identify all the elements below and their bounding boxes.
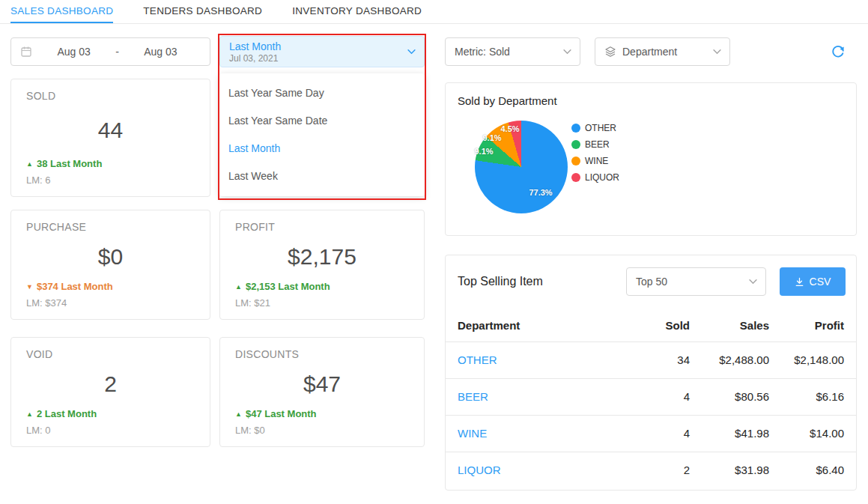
refresh-button[interactable] [828,42,848,61]
change-arrow-icon: ▲ [26,160,33,168]
pie-slice-label: 4.5% [500,124,519,133]
group-by-select[interactable]: Department [595,37,730,66]
profit-card: PROFIT $2,175 ▲ $2,153 Last Month LM: $2… [219,210,425,320]
stat-value: $2,175 [235,233,409,281]
col-header-department: Department [446,310,619,341]
chevron-down-icon [563,49,571,55]
last-month-value: LM: $21 [235,297,409,309]
stat-value: $47 [235,360,409,408]
cell-profit: $6.40 [781,452,856,488]
change-text: $2,153 Last Month [246,281,330,292]
compare-option[interactable]: Last Week [219,163,425,190]
change-text: 2 Last Month [37,408,97,419]
csv-export-button[interactable]: CSV [780,267,846,296]
refresh-icon [831,44,846,59]
pie-card-title: Sold by Department [458,94,557,107]
stat-change: ▲ $2,153 Last Month [235,281,409,292]
chevron-down-icon [749,279,757,285]
change-arrow-icon: ▲ [26,410,33,418]
cell-sales: $2,488.00 [702,341,781,378]
date-end[interactable]: Aug 03 [121,46,201,58]
date-range-picker[interactable]: Aug 03 - Aug 03 [10,37,210,66]
cell-sales: $80.56 [702,378,781,415]
col-header-sold: Sold [619,310,702,341]
metric-select[interactable]: Metric: Sold [445,37,580,66]
compare-period-menu: Last Year Same Day Last Year Same Date L… [219,73,425,196]
dashboard-tabs: SALES DASHBOARD TENDERS DASHBOARD INVENT… [0,0,868,24]
sold-card: SOLD 44 ▲ 38 Last Month LM: 6 [10,79,210,197]
change-text: $47 Last Month [246,408,317,419]
top-selling-title: Top Selling Item [458,275,543,288]
sold-by-department-card: Sold by Department 77.3% 9.1% 9.1% 4.5% … [445,82,857,236]
legend-item-other[interactable]: OTHER [571,120,619,136]
department-link[interactable]: OTHER [458,353,497,366]
legend-item-beer[interactable]: BEER [571,136,619,153]
tab-sales-dashboard[interactable]: SALES DASHBOARD [10,0,113,23]
department-link[interactable]: WINE [458,427,487,440]
chevron-down-icon [713,49,721,55]
cell-sales: $41.98 [702,415,781,452]
stat-change: ▲ 38 Last Month [26,158,195,169]
cell-profit: $14.00 [781,415,856,452]
pie-slice-label: 77.3% [529,188,552,197]
change-arrow-icon: ▲ [235,283,242,291]
date-separator: - [114,46,121,58]
purchase-card: PURCHASE $0 ▼ $374 Last Month LM: $374 [10,210,210,320]
metric-select-value: Metric: Sold [455,46,510,58]
change-arrow-icon: ▼ [26,283,33,291]
last-month-value: LM: $374 [26,297,195,309]
table-header-row: Department Sold Sales Profit [446,310,856,341]
pie-legend: OTHER BEER WINE LIQUOR [571,120,619,186]
change-text: $374 Last Month [37,281,113,292]
department-link[interactable]: LIQUOR [458,464,501,476]
top-selling-card: Top Selling Item Top 50 CSV Department S… [445,255,857,491]
chevron-down-icon [407,49,416,55]
stat-change: ▲ 2 Last Month [26,408,195,419]
stat-label: VOID [26,348,195,360]
compare-option[interactable]: Last Year Same Day [219,79,425,107]
stat-label: PROFIT [235,221,409,233]
cell-sold: 4 [619,415,702,452]
col-header-sales: Sales [702,310,781,341]
stat-label: DISCOUNTS [235,348,409,360]
legend-dot [571,173,580,182]
cell-department: LIQUOR [446,452,619,488]
change-arrow-icon: ▲ [235,410,242,418]
legend-item-liquor[interactable]: LIQUOR [571,169,619,186]
void-card: VOID 2 ▲ 2 Last Month LM: 0 [10,337,210,447]
limit-select[interactable]: Top 50 [626,267,766,296]
stat-label: SOLD [26,90,195,102]
compare-option[interactable]: Last Year Same Date [219,107,425,135]
table-row: WINE 4 $41.98 $14.00 [446,415,856,452]
cell-department: BEER [446,378,619,415]
tab-inventory-dashboard[interactable]: INVENTORY DASHBOARD [292,0,422,23]
legend-item-wine[interactable]: WINE [571,153,619,169]
legend-label: WINE [585,156,608,166]
cell-sold: 34 [619,341,702,378]
stat-label: PURCHASE [26,221,195,233]
stat-value: $0 [26,233,195,281]
download-icon [795,277,804,287]
cell-department: WINE [446,415,619,452]
pie-slice-label: 9.1% [474,147,493,156]
top-selling-table: Department Sold Sales Profit OTHER 34 $2… [446,310,856,488]
date-start[interactable]: Aug 03 [34,46,114,58]
last-month-value: LM: 6 [26,174,195,186]
compare-period-select[interactable]: Last Month Jul 03, 2021 [219,36,425,67]
legend-label: OTHER [585,123,616,133]
change-text: 38 Last Month [37,158,102,169]
cell-profit: $2,148.00 [781,341,856,378]
calendar-icon [20,46,32,58]
layers-icon [604,46,616,58]
tab-tenders-dashboard[interactable]: TENDERS DASHBOARD [143,0,262,23]
legend-label: BEER [585,139,610,150]
compare-option[interactable]: Last Month [219,135,425,163]
last-month-value: LM: 0 [26,425,195,436]
group-select-value: Department [622,46,677,58]
col-header-profit: Profit [781,310,856,341]
csv-button-label: CSV [810,276,831,288]
compare-period-value: Last Month [229,40,401,53]
table-row: OTHER 34 $2,488.00 $2,148.00 [446,341,856,378]
discounts-card: DISCOUNTS $47 ▲ $47 Last Month LM: $0 [219,337,425,447]
department-link[interactable]: BEER [458,390,488,403]
